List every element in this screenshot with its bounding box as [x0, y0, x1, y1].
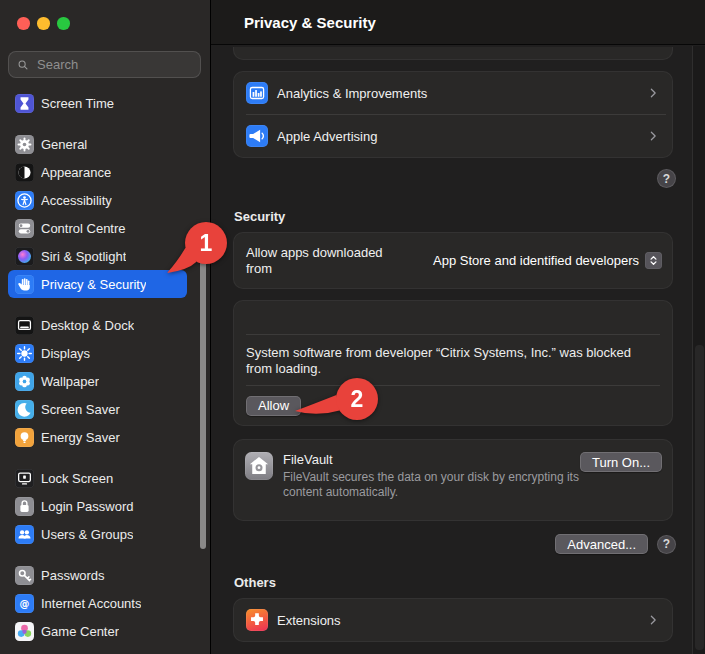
- security-heading: Security: [234, 209, 673, 224]
- sidebar-item-label: Lock Screen: [41, 471, 113, 486]
- sidebar-scrollbar[interactable]: [200, 255, 206, 549]
- zoom-button[interactable]: [57, 17, 70, 30]
- help-button[interactable]: ?: [657, 169, 676, 188]
- sidebar-item-label: Displays: [41, 346, 90, 361]
- sidebar-item-label: Accessibility: [41, 193, 112, 208]
- sidebar-group: Desktop & DockDisplaysWallpaperScreen Sa…: [8, 311, 187, 451]
- callout-2-number: 2: [351, 386, 364, 412]
- callout-1: 1: [160, 218, 232, 280]
- close-button[interactable]: [17, 17, 30, 30]
- flower-icon: [15, 372, 34, 391]
- sidebar-item-label: Energy Saver: [41, 430, 120, 445]
- sidebar-item-screen-saver[interactable]: Screen Saver: [8, 395, 187, 423]
- system-settings-window: Screen TimeGeneralAppearanceAccessibilit…: [0, 0, 705, 654]
- sidebar-item-screen-time[interactable]: Screen Time: [8, 89, 187, 117]
- sidebar-item-wallpaper[interactable]: Wallpaper: [8, 367, 187, 395]
- sidebar-item-label: Screen Time: [41, 96, 114, 111]
- sun-icon: [15, 344, 34, 363]
- moon-icon: [15, 400, 34, 419]
- sidebar-item-accessibility[interactable]: Accessibility: [8, 186, 187, 214]
- row-label: Extensions: [277, 613, 637, 628]
- settings-row-analytics-improvements[interactable]: Analytics & Improvements: [234, 72, 672, 114]
- main-pane: Privacy & Security Analytics & Improveme…: [210, 0, 705, 654]
- sidebar-group: Passwords@Internet AccountsGame Center: [8, 561, 187, 645]
- sidebar-item-passwords[interactable]: Passwords: [8, 561, 187, 589]
- gatekeeper-label: Allow apps downloaded from: [246, 245, 406, 276]
- lock-screen-icon: [15, 469, 34, 488]
- sidebar-item-label: Control Centre: [41, 221, 126, 236]
- sidebar-item-label: Login Password: [41, 499, 134, 514]
- puzzle-icon: [246, 609, 268, 631]
- filevault-title: FileVault: [283, 452, 580, 467]
- sidebar-item-general[interactable]: General: [8, 130, 187, 158]
- key-icon: [15, 566, 34, 585]
- chevron-right-icon: [646, 86, 660, 100]
- gatekeeper-box: Allow apps downloaded from App Store and…: [233, 232, 673, 289]
- at-icon: @: [15, 594, 34, 613]
- megaphone-icon: [246, 125, 268, 147]
- accessibility-icon: [15, 191, 34, 210]
- sidebar-item-desktop-dock[interactable]: Desktop & Dock: [8, 311, 187, 339]
- sidebar-item-internet-accounts[interactable]: @Internet Accounts: [8, 589, 187, 617]
- blocked-message: System software from developer “Citrix S…: [246, 345, 658, 376]
- settings-row-extensions[interactable]: Extensions: [234, 599, 672, 641]
- sidebar-item-users-groups[interactable]: Users & Groups: [8, 520, 187, 548]
- bulb-icon: [15, 428, 34, 447]
- hourglass-icon: [15, 94, 34, 113]
- main-scroll-divider: [692, 46, 693, 654]
- sidebar-item-game-center[interactable]: Game Center: [8, 617, 187, 645]
- search-input[interactable]: [35, 56, 193, 73]
- padlock-icon: [15, 497, 34, 516]
- sidebar-item-login-password[interactable]: Login Password: [8, 492, 187, 520]
- others-group-box: Extensions: [233, 598, 673, 642]
- settings-row-apple-advertising[interactable]: Apple Advertising: [234, 115, 672, 157]
- sidebar-item-lock-screen[interactable]: Lock Screen: [8, 464, 187, 492]
- sidebar-item-appearance[interactable]: Appearance: [8, 158, 187, 186]
- turn-on-button[interactable]: Turn On...: [580, 452, 662, 472]
- page-title: Privacy & Security: [244, 14, 376, 31]
- others-heading: Others: [234, 575, 673, 590]
- search-field[interactable]: [8, 51, 201, 78]
- clipped-group-box: [233, 47, 673, 60]
- row-label: Apple Advertising: [277, 129, 637, 144]
- sidebar-item-label: Wallpaper: [41, 374, 99, 389]
- main-header: Privacy & Security: [211, 0, 705, 45]
- minimize-button[interactable]: [37, 17, 50, 30]
- sidebar-item-label: Game Center: [41, 624, 119, 639]
- callout-1-number: 1: [200, 230, 213, 256]
- row-label: Analytics & Improvements: [277, 86, 637, 101]
- hand-icon: [15, 275, 34, 294]
- sidebar: Screen TimeGeneralAppearanceAccessibilit…: [0, 0, 210, 654]
- toggles-icon: [15, 219, 34, 238]
- search-icon: [16, 58, 30, 72]
- contrast-icon: [15, 163, 34, 182]
- stepper-icon: [645, 252, 662, 269]
- main-scrollbar[interactable]: [695, 345, 704, 650]
- help-button-security[interactable]: ?: [657, 535, 676, 554]
- gamecenter-icon: [15, 622, 34, 641]
- sidebar-item-label: General: [41, 137, 87, 152]
- filevault-description: FileVault secures the data on your disk …: [283, 470, 580, 500]
- sidebar-item-label: Passwords: [41, 568, 105, 583]
- sidebar-item-label: Screen Saver: [41, 402, 120, 417]
- sidebar-item-label: Appearance: [41, 165, 111, 180]
- sidebar-group: Lock ScreenLogin PasswordUsers & Groups: [8, 464, 187, 548]
- sidebar-item-displays[interactable]: Displays: [8, 339, 187, 367]
- sidebar-list: Screen TimeGeneralAppearanceAccessibilit…: [8, 89, 187, 654]
- chevron-right-icon: [646, 129, 660, 143]
- advanced-button[interactable]: Advanced...: [555, 534, 648, 554]
- filevault-icon: [245, 452, 273, 480]
- callout-2: 2: [293, 377, 381, 423]
- gatekeeper-value: App Store and identified developers: [433, 253, 639, 268]
- siri-icon: [15, 247, 34, 266]
- sidebar-group: Screen Time: [8, 89, 187, 117]
- main-content: Analytics & ImprovementsApple Advertisin…: [211, 47, 705, 642]
- gear-icon: [15, 135, 34, 154]
- privacy-group-box: Analytics & ImprovementsApple Advertisin…: [233, 71, 673, 158]
- gatekeeper-popup[interactable]: App Store and identified developers: [433, 252, 662, 269]
- svg-text:@: @: [20, 598, 30, 609]
- chevron-right-icon: [646, 613, 660, 627]
- sidebar-item-energy-saver[interactable]: Energy Saver: [8, 423, 187, 451]
- sidebar-item-label: Internet Accounts: [41, 596, 141, 611]
- sidebar-item-label: Siri & Spotlight: [41, 249, 126, 264]
